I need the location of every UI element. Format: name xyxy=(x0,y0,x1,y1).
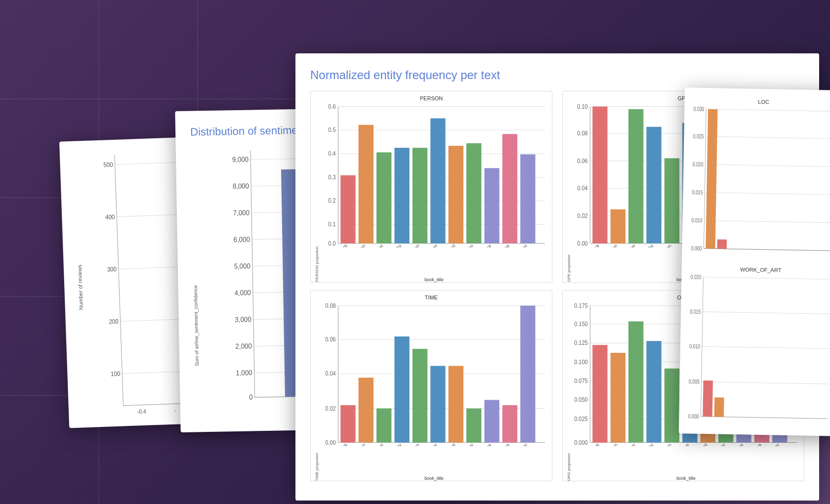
work-art-title: WORK_OF_ART xyxy=(689,265,830,274)
svg-rect-132 xyxy=(466,408,481,442)
svg-rect-126 xyxy=(359,378,374,442)
svg-rect-67 xyxy=(520,154,535,243)
svg-text:0.020: 0.020 xyxy=(691,273,702,280)
svg-text:2,000: 2,000 xyxy=(235,342,252,350)
svg-line-188 xyxy=(706,136,830,138)
svg-text:0.08: 0.08 xyxy=(577,130,587,136)
svg-rect-95 xyxy=(646,127,661,244)
svg-text:1,000: 1,000 xyxy=(236,369,252,377)
person-y-label: PERSON proportion xyxy=(315,103,319,282)
svg-line-186 xyxy=(706,109,830,111)
svg-rect-166 xyxy=(628,321,643,442)
svg-text:0.2: 0.2 xyxy=(328,198,335,204)
work-art-chart-svg: 0.020 0.015 0.010 0.005 0.000 xyxy=(686,273,830,422)
y-axis-label-reviews: Number of reviews xyxy=(77,264,84,310)
loc-chart-svg: 0.030 0.025 0.020 0.015 0.010 0.000 xyxy=(689,106,830,255)
svg-rect-92 xyxy=(592,107,607,244)
svg-rect-127 xyxy=(376,408,391,442)
svg-text:0.025: 0.025 xyxy=(574,416,587,422)
svg-text:0.020: 0.020 xyxy=(693,161,704,168)
time-y-label: TIME proportion xyxy=(315,302,319,481)
svg-text:0.000: 0.000 xyxy=(691,245,702,252)
svg-line-207 xyxy=(702,382,828,384)
y-axis-label-sentiment: Sum of airline_sentiment_confidence xyxy=(190,279,200,285)
svg-rect-57 xyxy=(340,175,355,244)
svg-rect-64 xyxy=(466,143,481,244)
svg-text:0.10: 0.10 xyxy=(577,103,587,110)
svg-rect-61 xyxy=(413,148,427,243)
svg-rect-66 xyxy=(502,134,517,243)
svg-text:0.000: 0.000 xyxy=(688,413,699,420)
person-chart-svg: 0.6 0.5 0.4 0.3 0.2 0.1 0. xyxy=(320,103,548,248)
svg-text:0.015: 0.015 xyxy=(690,308,701,315)
svg-text:-: - xyxy=(174,407,176,414)
svg-text:0.100: 0.100 xyxy=(574,359,587,365)
svg-line-209 xyxy=(701,417,828,419)
svg-text:0.010: 0.010 xyxy=(692,216,703,223)
svg-text:200: 200 xyxy=(109,318,119,325)
svg-text:4,000: 4,000 xyxy=(234,289,251,297)
svg-text:100: 100 xyxy=(111,370,121,378)
svg-text:0.02: 0.02 xyxy=(325,405,335,412)
svg-rect-200 xyxy=(717,239,727,249)
svg-text:0.010: 0.010 xyxy=(689,342,700,349)
svg-text:0.08: 0.08 xyxy=(325,302,335,309)
svg-rect-135 xyxy=(520,305,535,442)
svg-line-194 xyxy=(704,220,830,222)
svg-text:0.000: 0.000 xyxy=(574,439,587,446)
svg-text:9,000: 9,000 xyxy=(232,155,249,164)
svg-rect-133 xyxy=(484,400,499,442)
svg-rect-60 xyxy=(394,148,409,243)
svg-text:6,000: 6,000 xyxy=(234,235,250,244)
svg-text:0.06: 0.06 xyxy=(325,336,335,343)
svg-text:0.3: 0.3 xyxy=(328,174,335,180)
svg-text:500: 500 xyxy=(103,161,113,168)
svg-text:0.5: 0.5 xyxy=(328,127,335,133)
svg-text:5,000: 5,000 xyxy=(234,262,250,270)
svg-rect-167 xyxy=(646,341,661,442)
svg-rect-93 xyxy=(611,210,625,244)
svg-text:0.150: 0.150 xyxy=(574,321,587,327)
svg-text:0.04: 0.04 xyxy=(325,370,336,377)
svg-rect-212 xyxy=(703,380,713,417)
svg-text:0.075: 0.075 xyxy=(574,378,587,384)
person-chart-panel: PERSON PERSON proportion 0.6 0.5 0.4 xyxy=(310,91,552,283)
svg-text:8,000: 8,000 xyxy=(233,182,249,190)
svg-text:-0.4: -0.4 xyxy=(137,408,146,415)
svg-rect-58 xyxy=(359,125,374,244)
svg-rect-213 xyxy=(714,397,724,417)
svg-line-201 xyxy=(703,277,830,279)
svg-rect-168 xyxy=(664,368,679,442)
svg-line-211 xyxy=(701,277,704,417)
svg-text:0.015: 0.015 xyxy=(692,189,703,196)
org-y-label: ORG proportion xyxy=(567,302,571,481)
svg-text:0.0: 0.0 xyxy=(328,240,335,247)
svg-rect-94 xyxy=(628,109,643,244)
svg-text:400: 400 xyxy=(105,213,115,221)
svg-rect-128 xyxy=(394,336,409,442)
svg-text:0: 0 xyxy=(249,393,253,401)
svg-line-192 xyxy=(705,192,830,194)
svg-rect-63 xyxy=(449,146,463,243)
svg-text:0.00: 0.00 xyxy=(325,439,335,446)
loc-chart-title: LOC xyxy=(692,98,830,106)
svg-rect-129 xyxy=(413,349,427,442)
svg-rect-130 xyxy=(430,366,445,442)
svg-text:300: 300 xyxy=(107,265,117,273)
svg-rect-164 xyxy=(592,345,607,442)
svg-text:0.4: 0.4 xyxy=(328,151,336,157)
svg-text:0.6: 0.6 xyxy=(328,103,335,110)
time-chart-svg: 0.08 0.06 0.04 0.02 0.00 xyxy=(320,302,548,447)
svg-text:0.030: 0.030 xyxy=(694,106,705,113)
svg-rect-134 xyxy=(502,405,517,443)
svg-rect-65 xyxy=(484,168,499,243)
gpe-y-label: GPE proportion xyxy=(567,103,571,282)
svg-rect-96 xyxy=(664,158,679,243)
svg-text:0.00: 0.00 xyxy=(577,240,587,247)
person-x-label: book_title xyxy=(320,277,548,282)
svg-text:7,000: 7,000 xyxy=(233,209,250,217)
svg-text:0.125: 0.125 xyxy=(574,339,587,346)
svg-rect-125 xyxy=(340,405,355,443)
time-chart-title: TIME xyxy=(315,294,548,300)
svg-text:3,000: 3,000 xyxy=(235,315,251,324)
